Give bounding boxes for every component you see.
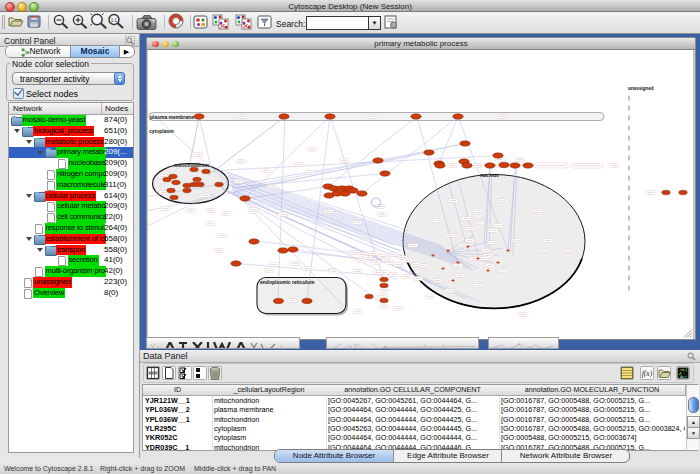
svg-text:cytoplasm: cytoplasm: [149, 128, 174, 134]
svg-text:mitochondrion: mitochondrion: [174, 162, 209, 168]
svg-text:f(x): f(x): [642, 369, 653, 378]
svg-text:unassigned: unassigned: [628, 86, 654, 91]
svg-text:1:1: 1:1: [111, 18, 118, 23]
svg-text:plasma membrane: plasma membrane: [150, 114, 194, 120]
svg-text:endoplasmic reticulum: endoplasmic reticulum: [260, 279, 315, 285]
